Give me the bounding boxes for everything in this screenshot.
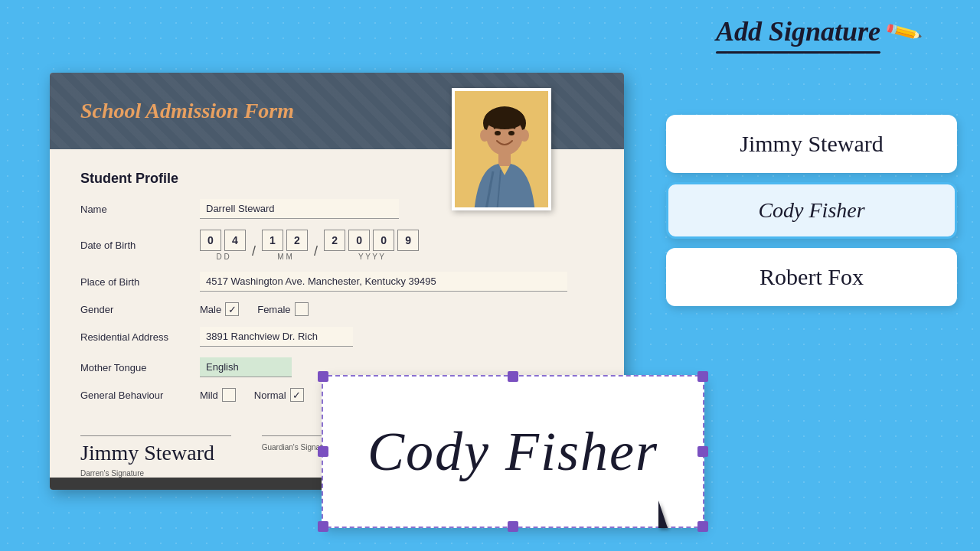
floating-signature-overlay[interactable]: Cody Fisher: [322, 375, 704, 528]
owner-signature: Jimmy Steward: [80, 440, 231, 466]
form-title: School Admission Form: [80, 99, 294, 123]
gender-label: Gender: [80, 304, 188, 315]
behaviour-label: General Behaviour: [80, 390, 188, 401]
behaviour-mild-label: Mild: [200, 390, 218, 401]
gender-row: Gender Male ✓ Female: [80, 302, 593, 316]
svg-rect-6: [498, 152, 511, 166]
behaviour-normal-label: Normal: [254, 390, 286, 401]
handle-bottom-mid[interactable]: [508, 521, 518, 532]
pob-row: Place of Birth: [80, 272, 593, 292]
gender-options: Male ✓ Female: [200, 302, 309, 316]
behaviour-normal-checkbox[interactable]: ✓: [290, 388, 304, 402]
name-label: Name: [80, 204, 188, 215]
dob-yyyy-label: Y Y Y Y: [358, 253, 384, 261]
handle-bottom-right[interactable]: [697, 521, 708, 532]
gender-female-label: Female: [257, 304, 290, 315]
pob-label: Place of Birth: [80, 276, 188, 288]
dob-m2[interactable]: 2: [286, 230, 308, 251]
gender-male-checkbox[interactable]: ✓: [225, 302, 239, 316]
signature-panel: Jimmy Steward Cody Fisher Robert Fox: [666, 115, 957, 306]
dob-mm-label: M M: [277, 253, 292, 261]
pob-input[interactable]: [200, 272, 567, 292]
pencil-icon: ✏️: [883, 11, 924, 52]
handle-mid-left[interactable]: [318, 446, 328, 457]
dob-dd-label: D D: [216, 253, 229, 261]
handle-top-left[interactable]: [318, 371, 328, 382]
student-photo: [452, 88, 551, 210]
mother-tongue-label: Mother Tongue: [80, 362, 188, 373]
svg-point-10: [508, 131, 514, 135]
add-signature-header: Add Signature ✏️: [716, 15, 919, 47]
address-label: Residential Address: [80, 331, 188, 343]
handle-bottom-left[interactable]: [318, 521, 328, 532]
dob-sep1: /: [252, 243, 256, 261]
sig-1-text: Jimmy Steward: [740, 131, 884, 157]
dob-y1[interactable]: 2: [324, 230, 345, 251]
dob-y3[interactable]: 0: [373, 230, 394, 251]
svg-point-9: [495, 131, 501, 135]
gender-female-item[interactable]: Female: [257, 302, 308, 316]
behaviour-mild-item[interactable]: Mild: [200, 388, 236, 402]
gender-male-label: Male: [200, 304, 221, 315]
dob-mm-group: 1 2 M M: [262, 230, 308, 261]
dob-dd-digits: 0 4: [200, 230, 246, 251]
behaviour-normal-item[interactable]: Normal ✓: [254, 388, 304, 402]
dob-boxes: 0 4 D D / 1 2 M M /: [200, 230, 419, 261]
dob-label: Date of Birth: [80, 240, 188, 251]
handle-mid-right[interactable]: [697, 446, 708, 457]
underline-decoration: [716, 51, 880, 54]
add-signature-label: Add Signature: [716, 16, 880, 47]
floating-sig-text: Cody Fisher: [368, 420, 658, 484]
handle-top-mid[interactable]: [508, 371, 518, 382]
dob-d1[interactable]: 0: [200, 230, 221, 251]
gender-male-item[interactable]: Male ✓: [200, 302, 239, 316]
sig-3-text: Robert Fox: [760, 264, 864, 290]
dob-y2[interactable]: 0: [348, 230, 370, 251]
sig-2-text: Cody Fisher: [758, 198, 864, 223]
svg-point-3: [485, 108, 524, 129]
gender-female-checkbox[interactable]: [295, 302, 309, 316]
sig-card-1[interactable]: Jimmy Steward: [666, 115, 957, 173]
dob-dd-group: 0 4 D D: [200, 230, 246, 261]
owner-sig-block: Jimmy Steward Darren's Signature: [80, 435, 231, 478]
sig-card-2[interactable]: Cody Fisher: [666, 182, 957, 239]
dob-d2[interactable]: 4: [224, 230, 246, 251]
dob-mm-digits: 1 2: [262, 230, 308, 251]
address-row: Residential Address: [80, 327, 593, 347]
name-input[interactable]: [200, 199, 399, 219]
handle-top-right[interactable]: [697, 371, 708, 382]
dob-m1[interactable]: 1: [262, 230, 283, 251]
dob-row: Date of Birth 0 4 D D / 1 2: [80, 230, 593, 261]
behaviour-options: Mild Normal ✓: [200, 388, 304, 402]
svg-point-5: [520, 129, 529, 142]
sig-card-3[interactable]: Robert Fox: [666, 248, 957, 306]
dob-sep2: /: [314, 243, 318, 261]
dob-yyyy-group: 2 0 0 9 Y Y Y Y: [324, 230, 419, 261]
mother-tongue-input[interactable]: [200, 357, 292, 377]
address-input[interactable]: [200, 327, 353, 347]
mouse-cursor: [658, 500, 668, 528]
behaviour-mild-checkbox[interactable]: [222, 388, 236, 402]
owner-sig-label: Darren's Signature: [80, 469, 231, 478]
svg-point-4: [480, 129, 489, 142]
dob-y4[interactable]: 9: [397, 230, 419, 251]
dob-yyyy-digits: 2 0 0 9: [324, 230, 419, 251]
